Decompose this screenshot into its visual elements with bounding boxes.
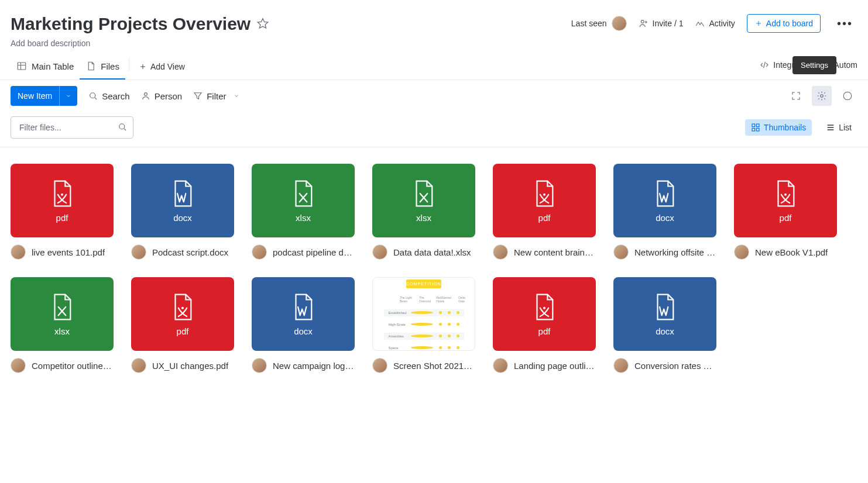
person-filter-button[interactable]: Person [140,91,183,101]
svg-rect-11 [756,124,759,127]
star-icon[interactable] [256,18,269,30]
file-thumbnail[interactable]: pdf [734,164,837,237]
last-seen[interactable]: Last seen [571,16,627,31]
file-thumbnail[interactable]: pdf [493,164,596,237]
settings-button[interactable] [812,86,832,106]
file-extension: docx [173,213,192,223]
avatar [613,244,629,260]
file-card[interactable]: docxConversion rates out… [613,277,716,373]
file-name: Competitor outline d… [32,361,114,371]
avatar [372,244,387,260]
file-name: New campaign logo … [273,361,355,371]
plus-icon [754,19,763,27]
file-thumbnail[interactable]: docx [252,277,355,351]
file-card[interactable]: pdfNew eBook V1.pdf [734,164,837,260]
more-menu-button[interactable]: ••• [832,17,857,30]
file-card[interactable]: pdfUX_UI changes.pdf [131,277,234,373]
file-extension: docx [656,326,674,336]
file-extension: pdf [538,326,551,336]
file-card[interactable]: pdfLanding page outlin… [493,277,596,373]
file-card[interactable]: docxPodcast script.docx [131,164,234,260]
tab-main-table[interactable]: Main Table [11,56,80,80]
automate-label: Autom [834,60,857,70]
page-title: Marketing Projects Overview [11,14,251,34]
file-extension: pdf [780,213,792,223]
new-item-button[interactable]: New Item [11,86,77,106]
chat-button[interactable] [838,86,857,106]
file-thumbnail[interactable]: pdf [11,164,114,237]
svg-point-0 [641,20,644,23]
avatar [131,358,146,373]
tab-files[interactable]: Files [80,56,125,80]
file-thumbnail[interactable]: pdf [493,277,596,351]
svg-rect-12 [752,128,755,131]
avatar [493,358,508,373]
person-plus-icon [639,18,649,29]
file-card[interactable]: COMPETITIONThe Light BeamThe DiamondRedS… [372,277,475,373]
avatar [493,244,508,260]
file-extension: pdf [56,213,68,223]
svg-point-16 [784,193,787,195]
expand-icon [791,91,801,101]
file-name: Screen Shot 2021-03… [393,361,475,371]
add-view-label: Add View [150,62,185,71]
search-label: Search [102,91,130,101]
file-thumbnail[interactable]: COMPETITIONThe Light BeamThe DiamondRedS… [372,277,475,351]
file-extension: xlsx [296,213,311,223]
thumbnails-view-button[interactable]: Thumbnails [745,119,812,136]
gear-icon [816,91,827,101]
file-name: podcast pipeline dra… [273,247,355,257]
file-card[interactable]: xlsxpodcast pipeline dra… [252,164,355,260]
file-extension: xlsx [54,326,70,336]
svg-point-17 [181,306,184,309]
search-icon [117,122,128,132]
filter-files-input[interactable] [11,116,133,139]
file-card[interactable]: docxNew campaign logo … [252,277,355,373]
file-extension: pdf [177,326,189,336]
avatar [11,358,26,373]
file-card[interactable]: xlsxCompetitor outline d… [11,277,114,373]
new-item-dropdown[interactable] [59,86,77,106]
chevron-down-icon [234,93,239,99]
file-thumbnail[interactable]: xlsx [11,277,114,351]
fullscreen-button[interactable] [786,86,806,106]
svg-point-7 [821,95,824,98]
avatar [612,16,627,31]
search-button[interactable]: Search [88,91,130,101]
svg-point-5 [90,93,95,98]
svg-rect-10 [752,124,755,127]
activity-label: Activity [709,19,735,28]
file-thumbnail[interactable]: xlsx [252,164,355,237]
add-view-button[interactable]: Add View [133,57,191,78]
file-thumbnail[interactable]: docx [131,164,234,237]
plus-icon [139,63,147,71]
file-name: Landing page outlin… [514,361,596,371]
new-item-label[interactable]: New Item [11,87,59,105]
activity-button[interactable]: Activity [695,18,735,29]
add-board-label: Add to board [766,19,813,28]
file-thumbnail[interactable]: pdf [131,277,234,351]
file-thumbnail[interactable]: docx [613,164,716,237]
plug-icon [759,60,770,70]
file-card[interactable]: xlsxData data data!.xlsx [372,164,475,260]
list-view-button[interactable]: List [820,119,857,136]
file-name: live events 101.pdf [32,247,105,257]
divider [129,58,129,71]
file-extension: docx [294,326,313,336]
file-card[interactable]: pdfNew content brain d… [493,164,596,260]
file-extension: pdf [538,213,551,223]
file-thumbnail[interactable]: docx [613,277,716,351]
file-card[interactable]: pdflive events 101.pdf [11,164,114,260]
svg-point-9 [119,124,125,129]
settings-tooltip: Settings [792,56,836,74]
list-label: List [839,123,852,132]
avatar [131,244,146,260]
add-to-board-button[interactable]: Add to board [747,14,821,33]
invite-button[interactable]: Invite / 1 [639,18,684,29]
filter-button[interactable]: Filter [193,91,239,101]
file-thumbnail[interactable]: xlsx [372,164,475,237]
board-description[interactable]: Add board description [11,39,571,48]
file-name: Networking offsite i… [634,247,716,257]
file-card[interactable]: docxNetworking offsite i… [613,164,716,260]
avatar [252,358,267,373]
